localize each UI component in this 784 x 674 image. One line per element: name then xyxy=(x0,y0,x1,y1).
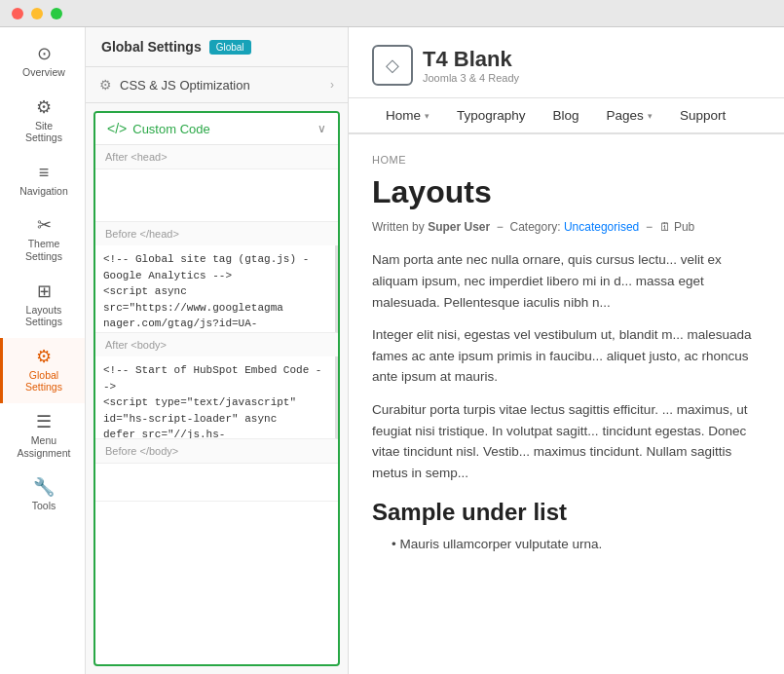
chevron-right-icon: › xyxy=(330,78,334,92)
theme-settings-icon: ✂ xyxy=(37,216,52,234)
before-body-label: Before </body> xyxy=(95,439,338,463)
settings-header: Global Settings Global xyxy=(86,27,348,67)
logo-subtitle: Joomla 3 & 4 Ready xyxy=(423,72,519,84)
sidebar-item-layouts-settings[interactable]: ⊞ LayoutsSettings xyxy=(0,273,85,338)
sidebar-item-overview[interactable]: ⊙ Overview xyxy=(0,35,85,89)
breadcrumb: HOME xyxy=(372,154,761,166)
sidebar: ⊙ Overview ⚙ SiteSettings ≡ Navigation ✂… xyxy=(0,27,86,674)
site-settings-icon: ⚙ xyxy=(36,98,52,116)
sidebar-item-tools[interactable]: 🔧 Tools xyxy=(0,468,85,522)
site-header: ◇ T4 Blank Joomla 3 & 4 Ready xyxy=(349,27,784,98)
window-chrome xyxy=(0,0,784,27)
css-js-label: CSS & JS Optimization xyxy=(120,78,250,93)
global-settings-icon: ⚙ xyxy=(36,348,52,365)
app-container: ⊙ Overview ⚙ SiteSettings ≡ Navigation ✂… xyxy=(0,27,784,674)
after-head-label: After <head> xyxy=(95,145,338,168)
before-head-label: Before </head> xyxy=(95,222,338,245)
logo-icon: ◇ xyxy=(372,45,413,86)
nav-item-pages[interactable]: Pages ▾ xyxy=(593,98,666,132)
sample-title: Sample under list xyxy=(372,499,761,526)
maximize-button[interactable] xyxy=(51,8,62,19)
logo-title: T4 Blank xyxy=(423,47,519,72)
page-title: Layouts xyxy=(372,173,761,210)
before-body-textarea[interactable] xyxy=(95,463,338,502)
sidebar-item-site-settings[interactable]: ⚙ SiteSettings xyxy=(0,89,85,154)
css-js-icon: ⚙ xyxy=(99,77,112,93)
content-paragraph-1: Nam porta ante nec nulla ornare, quis cu… xyxy=(372,249,761,313)
preview-area: ◇ T4 Blank Joomla 3 & 4 Ready Home ▾ Typ… xyxy=(349,27,784,674)
content-area: HOME Layouts Written by Super User − Cat… xyxy=(349,134,784,674)
code-icon: </> xyxy=(107,121,127,136)
layouts-settings-icon: ⊞ xyxy=(37,282,52,300)
pages-dropdown-icon: ▾ xyxy=(648,111,653,121)
meta-line: Written by Super User − Category: Uncate… xyxy=(372,220,761,234)
menu-assignment-icon: ☰ xyxy=(36,413,52,431)
settings-panel: Global Settings Global ⚙ CSS & JS Optimi… xyxy=(86,27,349,674)
code-areas: After <head> Before </head> <!-- Global … xyxy=(95,145,338,664)
site-logo: ◇ T4 Blank Joomla 3 & 4 Ready xyxy=(372,45,519,86)
sidebar-item-global-settings[interactable]: ⚙ GlobalSettings xyxy=(0,338,85,403)
before-head-code-block[interactable]: <!-- Global site tag (gtag.js) - Google … xyxy=(95,245,338,333)
content-paragraph-3: Curabitur porta turpis vitae lectus sagi… xyxy=(372,399,761,483)
site-nav: Home ▾ Typography Blog Pages ▾ Support xyxy=(349,98,784,134)
after-body-content: <!-- Start of HubSpot Embed Code --> <sc… xyxy=(95,356,335,439)
global-badge: Global xyxy=(209,40,251,55)
nav-item-home[interactable]: Home ▾ xyxy=(372,98,443,132)
nav-item-blog[interactable]: Blog xyxy=(540,98,593,132)
bullet-item-1: Mauris ullamcorper vulputate urna. xyxy=(392,534,761,555)
custom-code-title-label: Custom Code xyxy=(132,122,209,136)
custom-code-section: </> Custom Code ∨ After <head> Before </… xyxy=(93,111,340,666)
sidebar-item-navigation[interactable]: ≡ Navigation xyxy=(0,154,85,207)
tools-icon: 🔧 xyxy=(33,478,55,496)
after-head-textarea[interactable] xyxy=(95,168,338,222)
after-body-label: After <body> xyxy=(95,333,338,356)
css-js-optimization-row[interactable]: ⚙ CSS & JS Optimization › xyxy=(86,67,348,103)
nav-item-support[interactable]: Support xyxy=(666,98,739,132)
home-dropdown-icon: ▾ xyxy=(425,111,429,121)
navigation-icon: ≡ xyxy=(39,164,50,181)
close-button[interactable] xyxy=(12,8,23,19)
nav-item-typography[interactable]: Typography xyxy=(443,98,540,132)
settings-panel-title: Global Settings xyxy=(101,39,202,55)
content-paragraph-2: Integer elit nisi, egestas vel vestibulu… xyxy=(372,324,761,388)
sidebar-item-theme-settings[interactable]: ✂ ThemeSettings xyxy=(0,206,85,272)
after-body-code-block[interactable]: <!-- Start of HubSpot Embed Code --> <sc… xyxy=(95,356,338,439)
minimize-button[interactable] xyxy=(31,8,43,19)
sidebar-item-menu-assignment[interactable]: ☰ MenuAssignment xyxy=(0,403,85,468)
category-link[interactable]: Uncategorised xyxy=(564,220,639,234)
collapse-button[interactable]: ∨ xyxy=(317,122,326,135)
custom-code-header[interactable]: </> Custom Code ∨ xyxy=(95,113,338,145)
before-head-content: <!-- Global site tag (gtag.js) - Google … xyxy=(95,245,335,333)
overview-icon: ⊙ xyxy=(37,45,52,62)
